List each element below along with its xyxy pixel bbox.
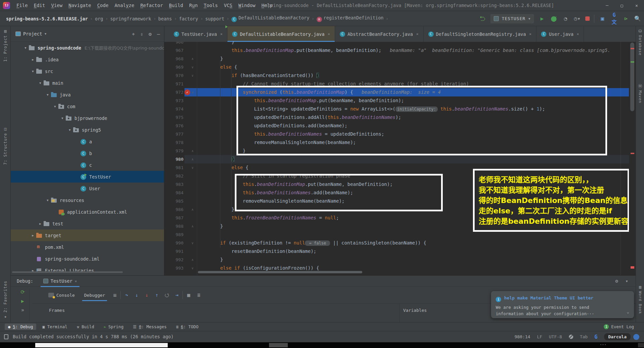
layout-settings-icon[interactable]: ≣	[194, 292, 203, 298]
fold-marker[interactable]: ∨	[190, 63, 195, 71]
toolwindow-button-messages[interactable]: ☰0: Messages	[129, 324, 170, 330]
menu-navigate[interactable]: Navigate	[65, 0, 94, 11]
fold-marker[interactable]: ∧	[190, 222, 195, 230]
sidebar-item-favorites[interactable]: 2: Favorites ★	[0, 281, 11, 319]
editor-tab-defaultsingletonbeanregistry-java[interactable]: CDefaultSingletonBeanRegistry.java✕	[424, 26, 537, 42]
expand-icon[interactable]: ⌄	[627, 309, 629, 314]
fold-marker[interactable]: ∧	[190, 155, 195, 163]
build-project-icon[interactable]: ⮌	[479, 15, 486, 22]
tree-expand-arrow[interactable]: ▶	[31, 234, 35, 237]
tree-expand-arrow[interactable]: ▼	[68, 128, 72, 132]
line-ending[interactable]: LF	[537, 334, 542, 339]
editor-tab-abstractbeanfactory-java[interactable]: CAbstractBeanFactory.java✕	[335, 26, 424, 42]
breadcrumb-item[interactable]: beans	[158, 16, 172, 21]
debug-session-tab[interactable]: TestUser ✕	[41, 276, 80, 287]
toolwindow-button-spring[interactable]: ❧Spring	[100, 324, 127, 330]
tree-item-com[interactable]: ▼com	[11, 100, 164, 112]
menu-edit[interactable]: Edit	[31, 0, 48, 11]
tree-item-bjprowernode[interactable]: ▼bjprowernode	[11, 112, 164, 124]
menu-view[interactable]: View	[48, 0, 65, 11]
editor-horizontal-scrollbar[interactable]	[198, 271, 362, 273]
sidebar-item-project[interactable]: ▤ 1: Project	[0, 29, 11, 62]
close-icon[interactable]: ✕	[75, 279, 77, 283]
fold-marker[interactable]: ∨	[190, 264, 195, 272]
sidebar-item-structure[interactable]: ◫ 7: Structure	[0, 127, 11, 165]
stop-button[interactable]	[585, 16, 590, 21]
tree-item--idea[interactable]: ▶.idea	[11, 54, 164, 65]
close-icon[interactable]: ✕	[577, 32, 579, 36]
fold-marker[interactable]: ∨	[190, 163, 195, 172]
tree-item-test[interactable]: ▶test	[11, 218, 164, 229]
run-to-cursor-icon[interactable]: ⇥	[172, 292, 181, 298]
tree-item-applicationcontext-xml[interactable]: applicationContext.xml	[11, 206, 164, 218]
fold-marker[interactable]: ∧	[190, 147, 195, 155]
tree-item-a[interactable]: Ca	[11, 136, 164, 147]
tree-item-src[interactable]: ▼src	[11, 65, 164, 77]
breadcrumb-item[interactable]: org	[95, 16, 103, 21]
run-window-icon[interactable]: ⊳	[622, 15, 630, 22]
tree-expand-arrow[interactable]: ▶	[31, 58, 35, 61]
project-view-select[interactable]: Project ▼	[11, 31, 46, 37]
editor-tab-user-java[interactable]: CUser.java✕	[536, 26, 584, 42]
collapse-all-icon[interactable]: ⇳	[140, 31, 143, 37]
evaluate-expression-icon[interactable]: ▦	[184, 292, 193, 298]
sidebar-item-database[interactable]: ⛁ Database	[636, 29, 644, 56]
menu-build[interactable]: Build	[166, 0, 186, 11]
tree-expand-arrow[interactable]: ▼	[38, 81, 42, 85]
tab-console[interactable]: Console	[44, 287, 79, 303]
project-tree-scrollbar[interactable]	[12, 271, 123, 273]
menu-tools[interactable]: Tools	[201, 0, 221, 11]
force-step-into-icon[interactable]: ↓	[142, 292, 151, 298]
hide-panel-icon[interactable]: —	[157, 31, 160, 37]
project-structure-icon[interactable]: ▣	[599, 15, 606, 22]
tab-debugger[interactable]: Debugger	[80, 287, 109, 303]
tree-expand-arrow[interactable]: ▶	[38, 222, 42, 225]
menu-code[interactable]: Code	[94, 0, 112, 11]
resume-icon[interactable]: ▶	[18, 298, 27, 304]
fold-marker[interactable]: ∨	[190, 88, 195, 96]
tree-item-spring-soundcode-iml[interactable]: spring-soundcode.iml	[11, 253, 164, 265]
run-configuration-select[interactable]: TESTUSER ▼	[490, 14, 534, 23]
menu-run[interactable]: Run	[186, 0, 201, 11]
step-over-icon[interactable]: ↷	[122, 292, 131, 298]
tree-item-pom-xml[interactable]: mpom.xml	[11, 241, 164, 253]
threads-view-icon[interactable]: ≡	[110, 292, 119, 298]
tree-item-testuser[interactable]: CTestUser	[11, 171, 164, 183]
tree-item-spring-soundcode[interactable]: ▼spring-soundcodeE:\下载跟接收的QQ文件\spring-so…	[11, 42, 164, 54]
theme-color-dot[interactable]	[633, 334, 639, 340]
run-button[interactable]: ▶	[538, 15, 546, 22]
menu-refactor[interactable]: Refactor	[137, 0, 166, 11]
event-log[interactable]: 1Event Log	[604, 324, 634, 329]
tree-expand-arrow[interactable]: ▼	[31, 70, 35, 73]
tree-item-external-libraries[interactable]: ▶External Libraries	[11, 265, 164, 275]
drop-frame-icon[interactable]: ⭯	[162, 292, 171, 298]
close-button[interactable]: ✕	[629, 0, 644, 11]
menu-window[interactable]: Window	[235, 0, 259, 11]
editor-tab-defaultlistablebeanfactory-java[interactable]: CDefaultListableBeanFactory.java✕	[227, 26, 335, 42]
toolwindow-button-todo[interactable]: ≣6: TODO	[173, 324, 202, 330]
toolwindow-button-debug[interactable]: ●5: Debug	[5, 324, 36, 330]
breakpoint-icon[interactable]: ✓	[184, 89, 190, 95]
tree-expand-arrow[interactable]: ▼	[60, 117, 64, 120]
toolwindow-button-build[interactable]: ⚒Build	[73, 324, 98, 330]
editor-gutter[interactable]: 966967968∧969∨970∨971972✓∨97397497597697…	[164, 42, 197, 275]
theme-badge[interactable]: Darcula	[604, 333, 631, 340]
step-out-icon[interactable]: ↑	[152, 292, 161, 298]
breadcrumb-item[interactable]: mregisterBeanDefinition	[317, 15, 384, 22]
breadcrumb-item[interactable]: factory	[179, 16, 198, 21]
tree-expand-arrow[interactable]: ▼	[46, 93, 50, 96]
tree-item-main[interactable]: ▼main	[11, 77, 164, 89]
profiler-button[interactable]: ◷▾	[574, 15, 581, 22]
gear-icon[interactable]: ⚙	[615, 278, 618, 284]
gear-icon[interactable]: ⚙	[149, 31, 152, 37]
tree-expand-arrow[interactable]: ▼	[23, 46, 28, 50]
fold-marker[interactable]: ∧	[190, 205, 195, 214]
sidebar-item-maven[interactable]: Ⓜ Maven	[636, 83, 644, 103]
more-actions-icon[interactable]: »	[18, 307, 27, 313]
toolwindow-button-terminal[interactable]: ▣Terminal	[39, 324, 70, 330]
locate-file-icon[interactable]: ⌖	[132, 31, 135, 37]
indent-style[interactable]: Tab	[580, 334, 588, 339]
fold-marker[interactable]: ∨	[190, 239, 195, 247]
editor-vertical-scrollbar[interactable]	[629, 42, 636, 275]
step-into-icon[interactable]: ↓	[132, 292, 141, 298]
